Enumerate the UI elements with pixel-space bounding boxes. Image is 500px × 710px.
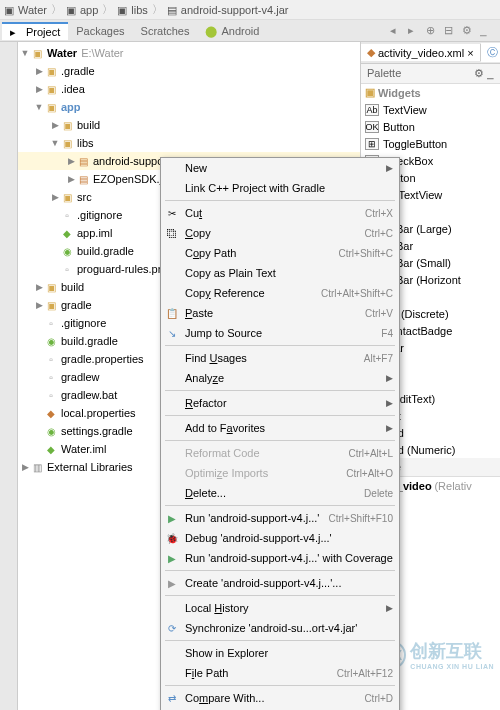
menu-create-run[interactable]: ▶Create 'android-support-v4.j...'... — [161, 573, 399, 593]
menu-file-path[interactable]: File PathCtrl+Alt+F12 — [161, 663, 399, 683]
editor-tab[interactable]: ⒸVi — [481, 43, 500, 62]
menu-delete[interactable]: Delete...Delete — [161, 483, 399, 503]
folder-icon: ▣ — [365, 86, 375, 99]
menu-jump[interactable]: ↘Jump to SourceF4 — [161, 323, 399, 343]
prev-icon[interactable]: ◂ — [390, 24, 404, 38]
class-icon: Ⓒ — [487, 45, 498, 60]
create-icon: ▶ — [165, 576, 179, 590]
menu-analyze[interactable]: Analyze▶ — [161, 368, 399, 388]
menu-new[interactable]: New▶ — [161, 158, 399, 178]
view-tabs: ▸Project Packages Scratches ⬤Android ◂ ▸… — [0, 20, 500, 42]
library-icon: ▥ — [30, 460, 44, 474]
tab-project[interactable]: ▸Project — [2, 22, 68, 40]
breadcrumb-item[interactable]: app — [80, 4, 98, 16]
folder-icon: ▣ — [44, 82, 58, 96]
sync-icon: ⟳ — [165, 621, 179, 635]
xml-icon: ◆ — [367, 46, 375, 59]
file-icon: ▫ — [44, 352, 58, 366]
hide-icon[interactable]: ⎯ — [480, 24, 494, 38]
breadcrumb-bar: ▣ Water〉 ▣ app〉 ▣ libs〉 ▤ android-suppor… — [0, 0, 500, 20]
tree-item[interactable]: ▼▣libs — [18, 134, 360, 152]
menu-copy-path[interactable]: Copy PathCtrl+Shift+C — [161, 243, 399, 263]
menu-synchronize[interactable]: ⟳Synchronize 'android-su...ort-v4.jar' — [161, 618, 399, 638]
menu-debug[interactable]: 🐞Debug 'android-support-v4.j...' — [161, 528, 399, 548]
file-icon: ▫ — [60, 262, 74, 276]
folder-icon: ▣ — [4, 4, 16, 16]
menu-copy[interactable]: ⿻CopyCtrl+C — [161, 223, 399, 243]
menu-run-coverage[interactable]: ▶Run 'android-support-v4.j...' with Cove… — [161, 548, 399, 568]
menu-compare[interactable]: ⇄Compare With...Ctrl+D — [161, 688, 399, 708]
menu-reformat: Reformat CodeCtrl+Alt+L — [161, 443, 399, 463]
widget-icon: OK — [365, 121, 379, 133]
close-icon[interactable]: × — [467, 47, 473, 59]
palette-item[interactable]: ⊞ToggleButton — [361, 135, 500, 152]
target-icon[interactable]: ⊕ — [426, 24, 440, 38]
iml-icon: ◆ — [60, 226, 74, 240]
android-icon: ⬤ — [205, 25, 217, 37]
widget-icon: Ab — [365, 104, 379, 116]
file-icon: ▫ — [44, 316, 58, 330]
coverage-icon: ▶ — [165, 551, 179, 565]
paste-icon: 📋 — [165, 306, 179, 320]
copy-icon: ⿻ — [165, 226, 179, 240]
menu-refactor[interactable]: Refactor▶ — [161, 393, 399, 413]
palette-item[interactable]: OKButton — [361, 118, 500, 135]
widget-icon: ⊞ — [365, 138, 379, 150]
folder-icon: ▣ — [60, 190, 74, 204]
gradle-icon: ◉ — [60, 244, 74, 258]
menu-paste[interactable]: 📋PasteCtrl+V — [161, 303, 399, 323]
menu-show-explorer[interactable]: Show in Explorer — [161, 643, 399, 663]
tool-window-bar[interactable] — [0, 42, 18, 710]
tab-scratches[interactable]: Scratches — [133, 23, 198, 39]
tree-root[interactable]: ▼▣WaterE:\Water — [18, 44, 360, 62]
breadcrumb-item[interactable]: android-support-v4.jar — [181, 4, 289, 16]
tab-android[interactable]: ⬤Android — [197, 23, 267, 39]
jar-icon: ▤ — [76, 154, 90, 168]
cut-icon: ✂ — [165, 206, 179, 220]
next-icon[interactable]: ▸ — [408, 24, 422, 38]
module-icon: ▣ — [30, 46, 44, 60]
jar-icon: ▤ — [76, 172, 90, 186]
menu-separator — [165, 595, 395, 596]
file-icon: ▫ — [60, 208, 74, 222]
folder-icon: ▣ — [44, 280, 58, 294]
run-icon: ▶ — [165, 511, 179, 525]
tab-packages[interactable]: Packages — [68, 23, 132, 39]
tree-item[interactable]: ▶▣build — [18, 116, 360, 134]
debug-icon: 🐞 — [165, 531, 179, 545]
menu-separator — [165, 415, 395, 416]
project-icon: ▸ — [10, 26, 22, 38]
gear-icon[interactable]: ⚙ — [462, 24, 476, 38]
breadcrumb-item[interactable]: libs — [131, 4, 148, 16]
menu-optimize: Optimize ImportsCtrl+Alt+O — [161, 463, 399, 483]
menu-run[interactable]: ▶Run 'android-support-v4.j...'Ctrl+Shift… — [161, 508, 399, 528]
menu-link-cpp[interactable]: Link C++ Project with Gradle — [161, 178, 399, 198]
palette-category[interactable]: ▣Widgets — [361, 84, 500, 101]
file-icon: ▫ — [44, 370, 58, 384]
collapse-icon[interactable]: ⊟ — [444, 24, 458, 38]
menu-local-history[interactable]: Local History▶ — [161, 598, 399, 618]
menu-copy-plain[interactable]: Copy as Plain Text — [161, 263, 399, 283]
gear-icon[interactable]: ⚙ ⎯ — [474, 67, 494, 80]
menu-cut[interactable]: ✂CutCtrl+X — [161, 203, 399, 223]
tree-item[interactable]: ▶▣.idea — [18, 80, 360, 98]
menu-find-usages[interactable]: Find UsagesAlt+F7 — [161, 348, 399, 368]
breadcrumb-item[interactable]: Water — [18, 4, 47, 16]
palette-item[interactable]: AbTextView — [361, 101, 500, 118]
folder-icon: ▣ — [117, 4, 129, 16]
menu-favorites[interactable]: Add to Favorites▶ — [161, 418, 399, 438]
editor-tab[interactable]: ◆activity_video.xml× — [361, 44, 481, 61]
tree-item[interactable]: ▼▣app — [18, 98, 360, 116]
compare-icon: ⇄ — [165, 691, 179, 705]
menu-separator — [165, 390, 395, 391]
folder-icon: ▣ — [60, 118, 74, 132]
menu-copy-ref[interactable]: Copy ReferenceCtrl+Alt+Shift+C — [161, 283, 399, 303]
folder-icon: ▣ — [44, 64, 58, 78]
gradle-icon: ◉ — [44, 424, 58, 438]
menu-separator — [165, 440, 395, 441]
menu-separator — [165, 640, 395, 641]
iml-icon: ◆ — [44, 442, 58, 456]
tree-item[interactable]: ▶▣.gradle — [18, 62, 360, 80]
menu-separator — [165, 345, 395, 346]
folder-icon: ▣ — [66, 4, 78, 16]
